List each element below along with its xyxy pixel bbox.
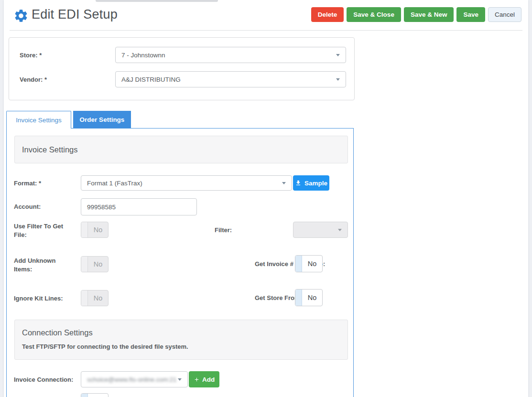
invoice-settings-section-title: Invoice Settings bbox=[22, 145, 77, 154]
filter-select[interactable] bbox=[293, 222, 348, 238]
get-invoice-from-file-toggle-value: No bbox=[302, 256, 322, 272]
add-unknown-items-toggle-value: No bbox=[88, 257, 108, 272]
connection-settings-section-title: Connection Settings bbox=[22, 328, 93, 337]
chevron-down-icon bbox=[336, 54, 340, 56]
get-store-from-file-toggle-value: No bbox=[302, 290, 322, 306]
use-filter-toggle[interactable]: No bbox=[81, 222, 109, 238]
page-title: Edit EDI Setup bbox=[32, 7, 118, 22]
toggle-handle bbox=[81, 222, 88, 237]
sample-button[interactable]: Sample bbox=[293, 175, 329, 191]
ignore-kit-lines-toggle-value: No bbox=[88, 290, 108, 306]
edi-setup-page: Edit EDI Setup Delete Save & Close Save … bbox=[0, 0, 532, 397]
chevron-down-icon bbox=[338, 229, 342, 231]
invoice-connection-label: Invoice Connection: bbox=[14, 376, 73, 384]
format-label: Format: * bbox=[14, 179, 41, 188]
store-select[interactable]: 7 - Johnstownn bbox=[115, 47, 346, 63]
vendor-label: Vendor: * bbox=[20, 75, 47, 84]
ignore-kit-lines-label: Ignore Kit Lines: bbox=[14, 294, 63, 303]
chevron-down-icon bbox=[178, 378, 182, 381]
delete-button[interactable]: Delete bbox=[311, 7, 344, 22]
connection-settings-section-subtitle: Test FTP/SFTP for connecting to the desi… bbox=[22, 343, 188, 350]
chevron-down-icon bbox=[336, 78, 340, 81]
get-invoice-from-file-toggle[interactable]: No bbox=[295, 255, 323, 272]
filter-label: Filter: bbox=[215, 226, 232, 235]
ignore-kit-lines-toggle[interactable]: No bbox=[81, 290, 109, 306]
invoice-connection-select[interactable]: schoice@www.fts-online.com:21 bbox=[81, 371, 188, 387]
tab-order-settings[interactable]: Order Settings bbox=[73, 111, 131, 128]
use-filter-label: Use Filter To Get File: bbox=[14, 222, 67, 239]
chevron-down-icon bbox=[282, 182, 286, 184]
toggle-handle bbox=[81, 257, 88, 272]
account-input[interactable] bbox=[81, 198, 197, 215]
partial-toggle[interactable] bbox=[81, 393, 109, 397]
plus-icon bbox=[194, 376, 200, 383]
save-new-button[interactable]: Save & New bbox=[404, 7, 454, 22]
store-select-value: 7 - Johnstownn bbox=[121, 52, 165, 59]
scrollbar-remnant bbox=[96, 0, 218, 2]
format-select[interactable]: Format 1 (FasTrax) bbox=[81, 175, 292, 191]
format-select-value: Format 1 (FasTrax) bbox=[87, 180, 142, 187]
vendor-select[interactable]: A&J DISTRIBUTING bbox=[115, 71, 346, 87]
content-card: Edit EDI Setup Delete Save & Close Save … bbox=[4, 0, 528, 397]
connection-settings-section-header: Connection Settings Test FTP/SFTP for co… bbox=[14, 320, 348, 360]
store-label: Store: * bbox=[20, 51, 42, 60]
save-close-button[interactable]: Save & Close bbox=[347, 7, 401, 22]
sample-button-label: Sample bbox=[304, 180, 327, 187]
partial-toggle-value bbox=[88, 394, 108, 397]
invoice-settings-panel: Invoice Settings Format: * Format 1 (Fas… bbox=[6, 128, 354, 397]
toggle-handle bbox=[295, 256, 302, 272]
toggle-handle bbox=[81, 394, 88, 397]
tab-invoice-settings[interactable]: Invoice Settings bbox=[6, 111, 71, 129]
save-button[interactable]: Save bbox=[456, 7, 485, 22]
invoice-settings-section-header: Invoice Settings bbox=[14, 136, 348, 163]
vendor-select-value: A&J DISTRIBUTING bbox=[121, 76, 181, 83]
get-store-from-file-toggle[interactable]: No bbox=[295, 289, 323, 306]
toggle-handle bbox=[81, 290, 88, 306]
add-connection-button-label: Add bbox=[202, 376, 215, 383]
invoice-connection-value-redacted: schoice@www.fts-online.com:21 bbox=[87, 376, 176, 383]
cancel-button[interactable]: Cancel bbox=[488, 7, 521, 22]
add-unknown-items-toggle[interactable]: No bbox=[81, 256, 109, 272]
header-divider bbox=[10, 30, 522, 31]
add-connection-button[interactable]: Add bbox=[189, 371, 219, 387]
settings-gear-icon bbox=[13, 8, 29, 23]
account-label: Account: bbox=[14, 203, 41, 211]
header-actions: Delete Save & Close Save & New Save Canc… bbox=[311, 7, 521, 22]
use-filter-toggle-value: No bbox=[88, 222, 108, 237]
toggle-handle bbox=[295, 290, 302, 306]
store-vendor-panel: Store: * 7 - Johnstownn Vendor: * A&J DI… bbox=[9, 37, 355, 100]
add-unknown-items-label: Add Unknown Items: bbox=[14, 257, 64, 274]
download-icon bbox=[295, 180, 302, 186]
